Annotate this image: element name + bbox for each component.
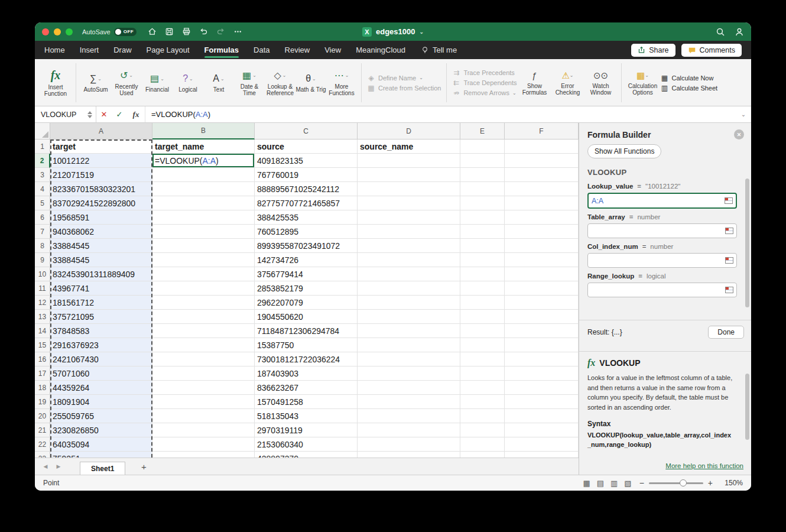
row-header-14[interactable]: 14	[35, 324, 50, 338]
cell-E16[interactable]	[460, 352, 505, 366]
minimize-window-button[interactable]	[54, 28, 61, 35]
cell-E23[interactable]	[460, 452, 505, 458]
lookup-reference-button[interactable]: ◇⌄Lookup & Reference	[265, 61, 295, 105]
insert-function-button[interactable]: fx Insert Function	[40, 61, 72, 105]
table-array-input[interactable]	[587, 223, 737, 238]
cell-F11[interactable]	[505, 281, 579, 296]
row-header-7[interactable]: 7	[35, 225, 50, 239]
calculation-options-button[interactable]: ▦⌄Calculation Options	[626, 61, 659, 105]
cell-F1[interactable]	[505, 140, 579, 154]
cell-D20[interactable]	[358, 409, 460, 423]
row-header-15[interactable]: 15	[35, 338, 50, 352]
range-lookup-input[interactable]	[587, 283, 737, 297]
cell-D12[interactable]	[358, 296, 460, 310]
cell-E7[interactable]	[460, 225, 505, 239]
cell-A12[interactable]: 181561712	[50, 296, 152, 310]
cell-A14[interactable]: 37848583	[50, 324, 152, 338]
sheet-prev-icon[interactable]: ◀	[41, 463, 50, 469]
cell-B5[interactable]	[152, 196, 255, 210]
row-header-20[interactable]: 20	[35, 409, 50, 423]
calculate-sheet-button[interactable]: ▥Calculate Sheet	[660, 84, 717, 92]
row-header-9[interactable]: 9	[35, 253, 50, 267]
math-trig-button[interactable]: θ⌄Math & Trig	[295, 61, 326, 105]
cell-D4[interactable]	[358, 182, 460, 196]
cell-E9[interactable]	[460, 253, 505, 267]
cell-A3[interactable]: 212071519	[50, 168, 152, 182]
cell-C2[interactable]: 4091823135	[255, 154, 358, 168]
cell-B18[interactable]	[152, 381, 255, 395]
formula-bar-expand-icon[interactable]: ⌄	[736, 111, 751, 118]
cell-F7[interactable]	[505, 225, 579, 239]
cell-A15[interactable]: 2916376923	[50, 338, 152, 352]
cell-E15[interactable]	[460, 338, 505, 352]
row-header-13[interactable]: 13	[35, 310, 50, 324]
trace-dependents-button[interactable]: ⇇Trace Dependents	[452, 79, 517, 87]
more-help-link[interactable]: More help on this function	[665, 462, 743, 469]
remove-arrows-button[interactable]: ⇏Remove Arrows⌄	[452, 89, 517, 97]
autosave-toggle[interactable]: OFF	[114, 28, 137, 36]
cell-D10[interactable]	[358, 267, 460, 281]
zoom-in-button[interactable]: +	[708, 478, 713, 488]
cell-C10[interactable]: 3756779414	[255, 267, 358, 281]
column-header-C[interactable]: C	[255, 123, 358, 140]
row-header-8[interactable]: 8	[35, 239, 50, 253]
calculate-now-button[interactable]: ▦Calculate Now	[660, 74, 717, 82]
cell-A1[interactable]: target	[50, 140, 152, 154]
cell-B6[interactable]	[152, 210, 255, 225]
row-header-2[interactable]: 2	[35, 154, 50, 168]
tab-home[interactable]: Home	[44, 41, 65, 59]
lookup-value-input[interactable]: A:A	[587, 193, 737, 209]
cell-D23[interactable]	[358, 452, 460, 458]
cell-A11[interactable]: 43967741	[50, 281, 152, 296]
cell-D17[interactable]	[358, 366, 460, 381]
row-header-22[interactable]: 22	[35, 437, 50, 452]
cell-E1[interactable]	[460, 140, 505, 154]
zoom-slider-thumb[interactable]	[680, 479, 687, 486]
tab-data[interactable]: Data	[254, 41, 269, 59]
range-selector-icon[interactable]	[725, 257, 733, 264]
print-icon[interactable]	[181, 27, 191, 37]
cell-B23[interactable]	[152, 452, 255, 458]
row-header-18[interactable]: 18	[35, 381, 50, 395]
cell-D14[interactable]	[358, 324, 460, 338]
cell-A8[interactable]: 33884545	[50, 239, 152, 253]
cell-D2[interactable]	[358, 154, 460, 168]
cell-D1[interactable]: source_name	[358, 140, 460, 154]
cell-A17[interactable]: 57071060	[50, 366, 152, 381]
range-selector-icon[interactable]	[725, 228, 733, 234]
cell-C6[interactable]: 388425535	[255, 210, 358, 225]
more-commands-icon[interactable]	[233, 27, 242, 37]
people-icon[interactable]	[735, 27, 744, 37]
col-index-num-input[interactable]	[587, 253, 737, 268]
cell-A9[interactable]: 33884545	[50, 253, 152, 267]
cell-D22[interactable]	[358, 437, 460, 452]
share-button[interactable]: Share	[631, 44, 675, 57]
cell-C11[interactable]: 2853852179	[255, 281, 358, 296]
cell-A5[interactable]: 837029241522892800	[50, 196, 152, 210]
cell-E12[interactable]	[460, 296, 505, 310]
cell-F22[interactable]	[505, 437, 579, 452]
redo-icon[interactable]	[216, 27, 225, 37]
show-all-functions-button[interactable]: Show All Functions	[587, 144, 661, 158]
cell-B19[interactable]	[152, 395, 255, 409]
cell-F17[interactable]	[505, 366, 579, 381]
cell-D9[interactable]	[358, 253, 460, 267]
cell-E21[interactable]	[460, 423, 505, 437]
range-selector-icon[interactable]	[725, 287, 733, 293]
cell-B13[interactable]	[152, 310, 255, 324]
column-header-F[interactable]: F	[505, 123, 579, 140]
recently-used-button[interactable]: ↺⌄Recently Used	[111, 61, 142, 105]
zoom-slider[interactable]	[649, 482, 703, 484]
cell-B2[interactable]: =VLOOKUP(A:A)	[152, 154, 255, 168]
formula-input[interactable]: =VLOOKUP(A:A)	[145, 110, 736, 119]
logical-button[interactable]: ?⌄Logical	[173, 61, 203, 105]
cell-A18[interactable]: 44359264	[50, 381, 152, 395]
cell-F3[interactable]	[505, 168, 579, 182]
cell-C1[interactable]: source	[255, 140, 358, 154]
tell-me-button[interactable]: Tell me	[421, 46, 457, 54]
cell-C8[interactable]: 899395587023491072	[255, 239, 358, 253]
cell-F6[interactable]	[505, 210, 579, 225]
error-checking-button[interactable]: ⚠⌄Error Checking	[551, 61, 584, 105]
cell-C12[interactable]: 2962207079	[255, 296, 358, 310]
done-button[interactable]: Done	[708, 326, 744, 339]
